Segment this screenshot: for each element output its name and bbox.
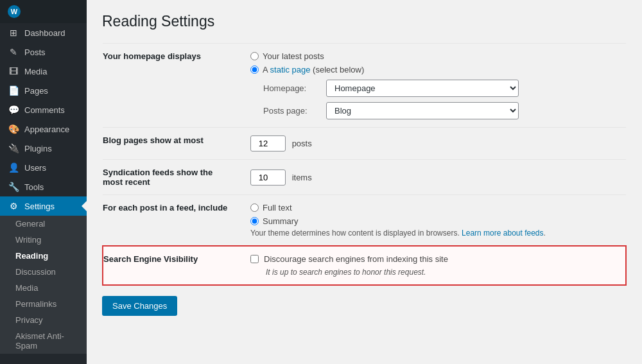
homepage-radio-group: Your latest posts A static page (select …: [250, 51, 620, 74]
posts-icon: ✎: [8, 47, 19, 57]
static-page-selects: Homepage: Homepage Posts page: Blog: [250, 80, 620, 119]
summary-row: Summary: [250, 216, 620, 226]
homepage-field: Your latest posts A static page (select …: [244, 44, 626, 128]
feed-include-label: For each post in a feed, include: [103, 195, 244, 247]
sidebar-item-tools[interactable]: 🔧Tools: [0, 177, 87, 196]
syndication-row: Syndication feeds show the most recent i…: [103, 160, 626, 195]
syndication-suffix: items: [292, 173, 312, 182]
sub-menu-item-writing[interactable]: Writing: [0, 232, 87, 248]
page-title: Reading Settings: [102, 13, 627, 30]
app-logo: W: [0, 0, 87, 23]
sidebar-item-label: Tools: [24, 182, 44, 192]
sub-menu-item-privacy[interactable]: Privacy: [0, 312, 87, 328]
sidebar-item-label: Posts: [24, 48, 46, 57]
static-page-row: A static page (select below): [250, 65, 620, 74]
summary-radio[interactable]: [250, 217, 259, 225]
plugins-icon: 🔌: [8, 143, 19, 153]
sub-menu-item-general[interactable]: General: [0, 216, 87, 232]
full-text-radio[interactable]: [250, 204, 259, 212]
comments-icon: 💬: [8, 105, 19, 115]
search-engine-checkbox[interactable]: [250, 255, 259, 263]
feed-radio-group: Full text Summary: [250, 203, 620, 226]
latest-posts-label: Your latest posts: [263, 51, 324, 61]
search-engine-field: Discourage search engines from indexing …: [244, 246, 626, 285]
feed-include-row: For each post in a feed, include Full te…: [103, 195, 626, 247]
blog-pages-suffix: posts: [292, 139, 312, 148]
main-content: Reading Settings Your homepage displays …: [87, 0, 642, 364]
sidebar-item-label: Settings: [24, 202, 55, 211]
syndication-label: Syndication feeds show the most recent: [103, 160, 244, 195]
pages-icon: 📄: [8, 85, 19, 96]
blog-pages-field: posts: [244, 128, 626, 160]
sidebar-item-label: Plugins: [24, 144, 52, 153]
settings-icon: ⚙: [8, 201, 19, 211]
feed-include-field: Full text Summary Your theme determines …: [244, 195, 626, 247]
sidebar-item-appearance[interactable]: 🎨Appearance: [0, 119, 87, 139]
blog-pages-row: Blog pages show at most posts: [103, 128, 626, 160]
static-page-link[interactable]: static page: [270, 65, 311, 74]
static-page-radio[interactable]: [250, 65, 259, 74]
sidebar-item-users[interactable]: 👤Users: [0, 158, 87, 177]
sidebar-item-dashboard[interactable]: ⊞Dashboard: [0, 23, 87, 42]
settings-table: Your homepage displays Your latest posts…: [102, 43, 627, 286]
homepage-select[interactable]: Homepage: [326, 80, 519, 97]
sidebar-item-plugins[interactable]: 🔌Plugins: [0, 139, 87, 158]
blog-pages-input[interactable]: [250, 135, 286, 152]
dashboard-icon: ⊞: [8, 28, 19, 38]
homepage-select-row: Homepage: Homepage: [263, 80, 620, 97]
sidebar-item-label: Pages: [24, 86, 48, 96]
sidebar-item-media[interactable]: 🎞Media: [0, 62, 87, 81]
latest-posts-row: Your latest posts: [250, 51, 620, 61]
search-engine-label: Search Engine Visibility: [103, 246, 244, 285]
feed-note: Your theme determines how content is dis…: [250, 229, 620, 238]
syndication-input[interactable]: [250, 169, 286, 186]
sidebar-item-pages[interactable]: 📄Pages: [0, 81, 87, 100]
summary-label: Summary: [263, 216, 299, 226]
sidebar-item-settings[interactable]: ⚙Settings: [0, 196, 87, 216]
static-page-label: A static page (select below): [263, 65, 364, 74]
latest-posts-radio[interactable]: [250, 52, 259, 60]
sub-menu-item-permalinks[interactable]: Permalinks: [0, 296, 87, 312]
sidebar-item-posts[interactable]: ✎Posts: [0, 42, 87, 62]
blog-pages-label: Blog pages show at most: [103, 128, 244, 160]
users-icon: 👤: [8, 162, 19, 173]
search-engine-checkbox-label: Discourage search engines from indexing …: [264, 254, 448, 264]
sidebar-item-label: Dashboard: [24, 28, 65, 38]
homepage-select-label: Homepage:: [263, 83, 321, 93]
posts-page-select[interactable]: Blog: [326, 102, 519, 119]
sub-menu-item-reading[interactable]: Reading: [0, 248, 87, 264]
appearance-icon: 🎨: [8, 124, 19, 134]
homepage-label: Your homepage displays: [103, 44, 244, 128]
sidebar: W ⊞Dashboard✎Posts🎞Media📄Pages💬Comments🎨…: [0, 0, 87, 364]
sidebar-item-comments[interactable]: 💬Comments: [0, 100, 87, 119]
search-engine-checkbox-row: Discourage search engines from indexing …: [250, 254, 619, 264]
syndication-field: items: [244, 160, 626, 195]
sidebar-item-label: Appearance: [24, 125, 69, 134]
homepage-row: Your homepage displays Your latest posts…: [103, 44, 626, 128]
sub-menu: GeneralWritingReadingDiscussionMediaPerm…: [0, 216, 87, 354]
full-text-row: Full text: [250, 203, 620, 212]
posts-page-select-label: Posts page:: [263, 106, 321, 116]
media-icon: 🎞: [8, 66, 19, 76]
sub-menu-item-media[interactable]: Media: [0, 280, 87, 296]
search-engine-row: Search Engine Visibility Discourage sear…: [103, 246, 626, 285]
tools-icon: 🔧: [8, 182, 19, 192]
learn-more-link[interactable]: Learn more about feeds: [462, 229, 543, 238]
sidebar-item-label: Users: [24, 163, 46, 173]
sidebar-item-label: Comments: [24, 105, 65, 115]
sub-menu-item-discussion[interactable]: Discussion: [0, 264, 87, 280]
full-text-label: Full text: [263, 203, 292, 212]
sub-menu-item-akismet[interactable]: Akismet Anti-Spam: [0, 328, 87, 354]
search-engine-note: It is up to search engines to honor this…: [266, 268, 619, 277]
save-button[interactable]: Save Changes: [102, 296, 177, 316]
posts-page-select-row: Posts page: Blog: [263, 102, 620, 119]
logo-icon: W: [8, 5, 21, 18]
nav-menu: ⊞Dashboard✎Posts🎞Media📄Pages💬Comments🎨Ap…: [0, 23, 87, 354]
sidebar-item-label: Media: [24, 67, 47, 76]
